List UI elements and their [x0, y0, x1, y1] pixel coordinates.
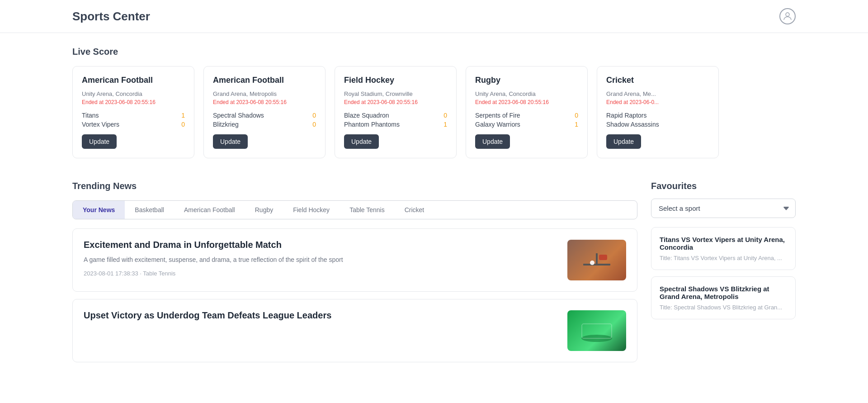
news-card: Excitement and Drama in Unforgettable Ma… — [72, 228, 637, 292]
select-sport-dropdown[interactable]: Select a sport BasketballAmerican Footba… — [651, 199, 796, 218]
team-row: Blaze Squadron 0 — [344, 112, 447, 119]
score-card-sport: Rugby — [475, 76, 578, 85]
articles-list: Excitement and Drama in Unforgettable Ma… — [72, 228, 637, 362]
update-button[interactable]: Update — [82, 134, 117, 149]
score-card-ended: Ended at 2023-06-08 20:55:16 — [213, 99, 316, 105]
two-col-layout: Trending News Your NewsBasketballAmerica… — [72, 181, 796, 370]
score-card-ended: Ended at 2023-06-08 20:55:16 — [344, 99, 447, 105]
update-button[interactable]: Update — [475, 134, 510, 149]
news-article-desc: A game filled with excitement, suspense,… — [84, 255, 558, 265]
team-row: Blitzkrieg 0 — [213, 121, 316, 128]
team-score: 0 — [312, 112, 316, 119]
score-card-ended: Ended at 2023-06-08 20:55:16 — [475, 99, 578, 105]
score-card-teams: Blaze Squadron 0 Phantom Phantoms 1 — [344, 112, 447, 128]
team-row: Spectral Shadows 0 — [213, 112, 316, 119]
score-card-sport: Field Hockey — [344, 76, 447, 85]
team-row: Shadow Assassins — [606, 121, 709, 128]
news-article-title: Upset Victory as Underdog Team Defeats L… — [84, 310, 558, 321]
score-card-ended: Ended at 2023-06-0... — [606, 99, 709, 105]
favourites-title: Favourites — [651, 181, 796, 191]
score-card-sport: American Football — [82, 76, 185, 85]
score-card: American Football Unity Arena, Concordia… — [72, 66, 194, 158]
fav-card-sub: Title: Titans VS Vortex Vipers at Unity … — [660, 255, 787, 261]
news-card-content: Upset Victory as Underdog Team Defeats L… — [84, 310, 558, 325]
update-button[interactable]: Update — [606, 134, 641, 149]
score-card-venue: Royal Stadium, Crownville — [344, 90, 447, 97]
team-score: 0 — [181, 121, 185, 128]
team-name: Serpents of Fire — [475, 112, 520, 119]
trending-news-title: Trending News — [72, 181, 637, 191]
trending-news-col: Trending News Your NewsBasketballAmerica… — [72, 181, 637, 370]
team-row: Galaxy Warriors 1 — [475, 121, 578, 128]
tab-american-football[interactable]: American Football — [174, 201, 245, 219]
tab-basketball[interactable]: Basketball — [125, 201, 174, 219]
news-article-title: Excitement and Drama in Unforgettable Ma… — [84, 240, 558, 250]
team-row: Titans 1 — [82, 112, 185, 119]
app-title: Sports Center — [72, 9, 150, 24]
score-card-venue: Unity Arena, Concordia — [475, 90, 578, 97]
news-card-content: Excitement and Drama in Unforgettable Ma… — [84, 240, 558, 277]
team-name: Blitzkrieg — [213, 121, 239, 128]
news-tabs: Your NewsBasketballAmerican FootballRugb… — [72, 200, 637, 219]
team-score: 1 — [443, 121, 447, 128]
team-score: 0 — [312, 121, 316, 128]
svg-rect-4 — [599, 255, 607, 260]
news-article-image — [567, 240, 626, 280]
team-name: Vortex Vipers — [82, 121, 119, 128]
tab-rugby[interactable]: Rugby — [245, 201, 283, 219]
team-row: Rapid Raptors — [606, 112, 709, 119]
fav-cards-list: Titans VS Vortex Vipers at Unity Arena, … — [651, 227, 796, 319]
score-card: American Football Grand Arena, Metropoli… — [203, 66, 326, 158]
fav-card-sub: Title: Spectral Shadows VS Blitzkrieg at… — [660, 304, 787, 311]
live-score-list: American Football Unity Arena, Concordia… — [72, 66, 796, 163]
main-content: Live Score American Football Unity Arena… — [0, 33, 868, 383]
team-row: Phantom Phantoms 1 — [344, 121, 447, 128]
team-score: 1 — [575, 121, 578, 128]
team-name: Galaxy Warriors — [475, 121, 520, 128]
news-article-image — [567, 310, 626, 351]
fav-card: Titans VS Vortex Vipers at Unity Arena, … — [651, 227, 796, 270]
update-button[interactable]: Update — [213, 134, 248, 149]
team-score: 0 — [443, 112, 447, 119]
score-card-teams: Titans 1 Vortex Vipers 0 — [82, 112, 185, 128]
update-button[interactable]: Update — [344, 134, 379, 149]
user-avatar[interactable] — [779, 8, 796, 24]
tab-cricket[interactable]: Cricket — [395, 201, 434, 219]
score-card-sport: American Football — [213, 76, 316, 85]
favourites-col: Favourites Select a sport BasketballAmer… — [651, 181, 796, 370]
score-card: Rugby Unity Arena, Concordia Ended at 20… — [466, 66, 588, 158]
live-score-title: Live Score — [72, 47, 796, 57]
team-name: Phantom Phantoms — [344, 121, 400, 128]
score-card-teams: Spectral Shadows 0 Blitzkrieg 0 — [213, 112, 316, 128]
team-name: Shadow Assassins — [606, 121, 659, 128]
team-name: Rapid Raptors — [606, 112, 647, 119]
score-card-venue: Grand Arena, Metropolis — [213, 90, 316, 97]
news-article-meta: 2023-08-01 17:38:33 · Table Tennis — [84, 270, 558, 277]
news-card: Upset Victory as Underdog Team Defeats L… — [72, 299, 637, 362]
team-name: Spectral Shadows — [213, 112, 264, 119]
score-card-ended: Ended at 2023-06-08 20:55:16 — [82, 99, 185, 105]
team-name: Titans — [82, 112, 99, 119]
tab-table-tennis[interactable]: Table Tennis — [340, 201, 395, 219]
fav-card-title: Spectral Shadows VS Blitzkrieg at Grand … — [660, 285, 787, 300]
svg-point-0 — [786, 13, 789, 16]
svg-point-3 — [590, 261, 594, 265]
tab-field-hockey[interactable]: Field Hockey — [283, 201, 340, 219]
team-score: 1 — [181, 112, 185, 119]
score-card-teams: Serpents of Fire 0 Galaxy Warriors 1 — [475, 112, 578, 128]
fav-card: Spectral Shadows VS Blitzkrieg at Grand … — [651, 276, 796, 319]
score-card-sport: Cricket — [606, 76, 709, 85]
tab-your-news[interactable]: Your News — [73, 201, 125, 219]
svg-rect-2 — [596, 253, 598, 266]
team-name: Blaze Squadron — [344, 112, 389, 119]
fav-card-title: Titans VS Vortex Vipers at Unity Arena, … — [660, 236, 787, 251]
score-card: Field Hockey Royal Stadium, Crownville E… — [335, 66, 457, 158]
team-row: Serpents of Fire 0 — [475, 112, 578, 119]
header: Sports Center — [0, 0, 868, 33]
score-card-teams: Rapid Raptors Shadow Assassins — [606, 112, 709, 128]
score-card-venue: Grand Arena, Me... — [606, 90, 709, 97]
team-row: Vortex Vipers 0 — [82, 121, 185, 128]
team-score: 0 — [575, 112, 578, 119]
score-card: Cricket Grand Arena, Me... Ended at 2023… — [597, 66, 719, 158]
score-card-venue: Unity Arena, Concordia — [82, 90, 185, 97]
